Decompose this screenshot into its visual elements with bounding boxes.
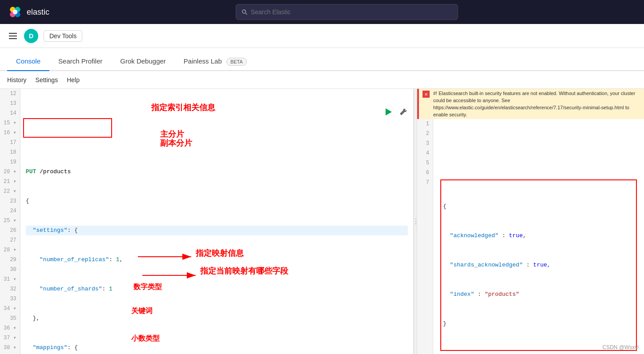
code-line-13 — [26, 138, 408, 147]
elastic-logo: elastic — [7, 4, 49, 20]
output-line-5: "index" : "products" — [443, 290, 634, 299]
output-code: { "acknowledged" : true, "shards_acknowl… — [433, 119, 644, 354]
elastic-logo-icon — [7, 4, 23, 20]
tab-search-profiler[interactable]: Search Profiler — [49, 57, 111, 71]
warning-banner: ✕ #! Elasticsearch built-in security fea… — [417, 89, 644, 119]
output-line-3: "acknowledged" : true, — [443, 231, 634, 241]
history-button[interactable]: History — [7, 75, 27, 85]
code-content[interactable]: PUT /products { "settings": { "number_of… — [20, 89, 413, 354]
response-box: { "acknowledged" : true, "shards_acknowl… — [440, 179, 637, 351]
svg-point-6 — [242, 10, 246, 13]
wrench-button[interactable] — [397, 107, 408, 119]
tab-grok-debugger[interactable]: Grok Debugger — [111, 57, 175, 71]
tab-painless-lab[interactable]: Painless Lab BETA — [175, 57, 256, 71]
code-line-18: "number_of_shards": 1 — [26, 284, 408, 294]
search-input[interactable] — [251, 8, 452, 16]
search-icon — [242, 9, 247, 15]
code-line-17: "number_of_replicas": 1, — [26, 255, 408, 265]
global-search-bar[interactable] — [236, 4, 458, 20]
top-navigation: elastic — [0, 0, 644, 24]
dev-tools-button[interactable]: Dev Tools — [44, 30, 82, 42]
output-content: 1 2 3 4 5 6 7 { "acknowledged" : true, "… — [417, 119, 644, 354]
code-line-16: "settings": { — [26, 226, 408, 235]
line-numbers: 12 13 14 15 ▾ 16 ▾ 17 18 19 20 ▾ 21 ▾ 22… — [0, 89, 20, 354]
hamburger-menu-button[interactable] — [7, 31, 19, 41]
code-line-19: }, — [26, 314, 408, 323]
output-line-numbers: 1 2 3 4 5 6 7 — [417, 119, 433, 354]
code-line-12 — [26, 108, 408, 118]
help-button[interactable]: Help — [67, 75, 80, 85]
code-line-15: { — [26, 196, 408, 206]
main-content: 12 13 14 15 ▾ 16 ▾ 17 18 19 20 ▾ 21 ▾ 22… — [0, 89, 644, 354]
panel-divider[interactable]: ⋮ — [414, 89, 417, 354]
code-line-20: "mappings": { — [26, 343, 408, 353]
code-line-14: PUT /products — [26, 167, 408, 177]
editor-toolbar: History Settings Help — [0, 71, 644, 89]
svg-marker-11 — [386, 108, 392, 115]
logo-text: elastic — [27, 8, 49, 17]
svg-line-7 — [246, 13, 247, 14]
output-line-6: } — [443, 319, 634, 329]
svg-point-5 — [13, 10, 18, 15]
secondary-navigation: D Dev Tools — [0, 24, 644, 48]
code-editor[interactable]: 12 13 14 15 ▾ 16 ▾ 17 18 19 20 ▾ 21 ▾ 22… — [0, 89, 413, 354]
output-line-2: { — [443, 202, 634, 211]
output-line-4: "shards_acknowledged" : true, — [443, 260, 634, 270]
tab-console[interactable]: Console — [7, 57, 49, 71]
output-panel: ✕ #! Elasticsearch built-in security fea… — [417, 89, 644, 354]
editor-panel[interactable]: 12 13 14 15 ▾ 16 ▾ 17 18 19 20 ▾ 21 ▾ 22… — [0, 89, 414, 354]
output-line-1 — [439, 139, 639, 148]
run-button[interactable] — [383, 107, 394, 119]
watermark: CSDN @Wsxyi — [602, 344, 639, 350]
warning-close-button[interactable]: ✕ — [423, 91, 430, 98]
beta-badge: BETA — [226, 58, 247, 66]
tab-bar: Console Search Profiler Grok Debugger Pa… — [0, 48, 644, 71]
warning-text: #! Elasticsearch built-in security featu… — [433, 90, 640, 118]
user-avatar: D — [24, 29, 38, 43]
editor-action-buttons — [383, 107, 408, 119]
settings-button[interactable]: Settings — [36, 75, 58, 85]
